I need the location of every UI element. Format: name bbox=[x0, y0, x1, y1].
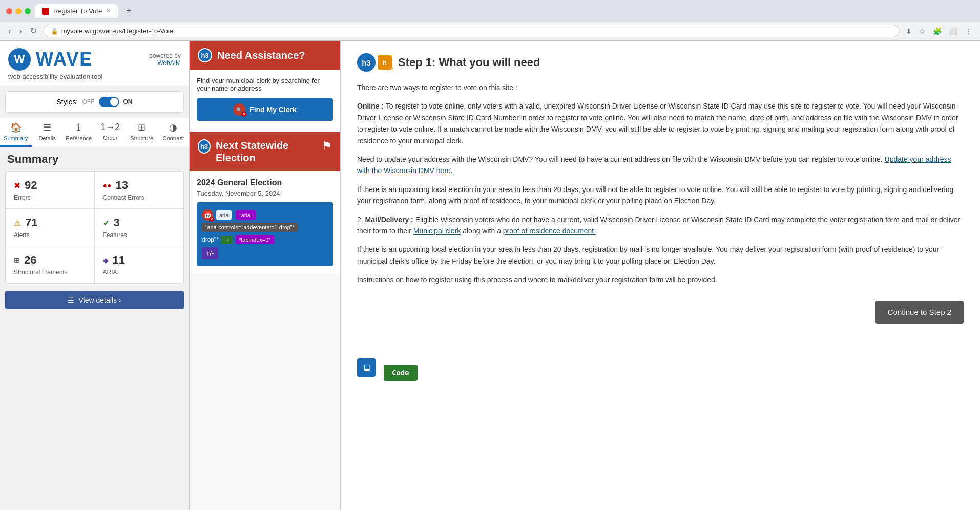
nav-item-summary[interactable]: 🏠 Summary bbox=[0, 118, 32, 147]
tab-favicon bbox=[42, 8, 49, 15]
h3-badge-label: h3 bbox=[201, 52, 208, 59]
wave-powered-by: powered by WebAIM bbox=[149, 52, 181, 67]
plus-minus-badge: +/- bbox=[202, 247, 218, 259]
error-icon: ✖ bbox=[14, 181, 20, 190]
view-details-label: View details › bbox=[78, 296, 121, 304]
intro-text: There are two ways to register to vote o… bbox=[357, 82, 964, 93]
nav-item-structure[interactable]: ⊞ Structure bbox=[126, 118, 158, 147]
find-clerk-button[interactable]: 🔍 ✕ Find My Clerk bbox=[197, 98, 333, 121]
profile-button[interactable]: ⬜ bbox=[947, 25, 960, 37]
star-button[interactable]: ☆ bbox=[917, 25, 928, 37]
contrast-icon: ◑ bbox=[169, 122, 177, 133]
contrast-label: Contrast Errors bbox=[103, 194, 176, 201]
address-bar[interactable]: 🔒 myvote.wi.gov/en-us/Register-To-Vote bbox=[43, 25, 900, 37]
features-label: Features bbox=[103, 231, 176, 239]
find-clerk-section: Find your municipal clerk by searching f… bbox=[190, 70, 340, 128]
order-icon: 1→2 bbox=[100, 122, 120, 133]
wave-header: W WAVE powered by WebAIM web accessibili… bbox=[0, 41, 189, 86]
maximize-window-button[interactable] bbox=[25, 8, 31, 14]
h3-step-badge: h3 bbox=[357, 53, 376, 72]
wave-sidebar: W WAVE powered by WebAIM web accessibili… bbox=[0, 41, 190, 510]
aria-controls-row: *aria-controls="addeventatc1-drop"* bbox=[202, 223, 328, 232]
alerts-count: 71 bbox=[25, 216, 37, 229]
proof-of-residence-link[interactable]: proof of residence document. bbox=[503, 227, 596, 235]
instructions-text: Instructions on how to register using th… bbox=[357, 274, 964, 285]
wave-subtitle: web accessibility evaluation tool bbox=[8, 73, 181, 80]
minimize-window-button[interactable] bbox=[15, 8, 22, 14]
need-assistance-card: h3 Need Assistance? bbox=[190, 41, 340, 70]
structural-label: Structural Elements bbox=[14, 269, 86, 276]
mail-text-mid: along with a bbox=[463, 227, 501, 235]
alert-icon: ⚠ bbox=[14, 218, 21, 228]
aria-badge-label: aria bbox=[216, 210, 232, 220]
styles-toggle[interactable] bbox=[99, 97, 119, 107]
back-button[interactable]: ‹ bbox=[6, 25, 13, 38]
tab-close-button[interactable]: ✕ bbox=[106, 8, 111, 14]
lock-icon: 🔒 bbox=[51, 28, 58, 35]
toolbar-actions: ⬇ ☆ 🧩 ⬜ ⋮ bbox=[904, 25, 974, 37]
wave-logo-row: W WAVE powered by WebAIM bbox=[8, 48, 181, 71]
new-tab-button[interactable]: + bbox=[122, 6, 136, 16]
code-badge: Code bbox=[384, 365, 418, 381]
toggle-thumb bbox=[110, 98, 118, 106]
stat-structural: ⊞ 26 Structural Elements bbox=[6, 246, 95, 283]
toggle-off-label: OFF bbox=[82, 98, 95, 105]
styles-toggle-row: Styles: OFF ON bbox=[5, 91, 184, 113]
find-clerk-btn-label: Find My Clerk bbox=[249, 105, 297, 114]
aria-drop-text: drop"* bbox=[202, 236, 219, 243]
browser-toolbar: ‹ › ↻ 🔒 myvote.wi.gov/en-us/Register-To-… bbox=[0, 22, 980, 40]
step-title: Step 1: What you will need bbox=[398, 56, 540, 69]
home-icon: 🏠 bbox=[10, 122, 22, 133]
nav-item-reference[interactable]: ℹ Reference bbox=[63, 118, 95, 147]
forward-button[interactable]: › bbox=[17, 25, 24, 38]
reload-button[interactable]: ↻ bbox=[28, 24, 39, 38]
aria-overlay: 📅 ✕ aria *aria- *aria-controls="addevent… bbox=[197, 202, 333, 266]
dmv-update-intro: Need to update your address with the Wis… bbox=[357, 155, 883, 163]
nav-item-order[interactable]: 1→2 Order bbox=[95, 118, 127, 147]
nav-order-label: Order bbox=[103, 135, 117, 141]
browser-window-controls bbox=[6, 8, 31, 14]
municipal-clerk-link[interactable]: Municipal clerk bbox=[413, 227, 461, 235]
toggle-on-label: ON bbox=[123, 98, 133, 105]
errors-label: Errors bbox=[14, 194, 86, 201]
features-count: 3 bbox=[114, 216, 120, 229]
browser-tab[interactable]: Register To Vote ✕ bbox=[35, 4, 118, 18]
arrow-badge: → bbox=[221, 236, 233, 244]
h3-badge-election: h3 bbox=[198, 139, 211, 154]
structural-count: 26 bbox=[24, 253, 36, 267]
continue-step2-button[interactable]: Continue to Step 2 bbox=[875, 301, 964, 324]
webaim-link[interactable]: WebAIM bbox=[157, 59, 181, 67]
online-paragraph: Online : To register to vote online, onl… bbox=[357, 100, 964, 146]
step-badges: h3 h ⚠ bbox=[357, 53, 392, 72]
election-header-text: Next Statewide Election bbox=[216, 139, 317, 164]
election-name: 2024 General Election bbox=[197, 178, 333, 187]
aria-label: ARIA bbox=[103, 269, 176, 276]
stat-features: ✔ 3 Features bbox=[95, 209, 184, 246]
contrast-icon: ●● bbox=[103, 181, 112, 189]
view-details-button[interactable]: ☰ View details › bbox=[5, 291, 184, 309]
need-assistance-title: Need Assistance? bbox=[217, 50, 305, 61]
nav-contrast-label: Contrast bbox=[162, 135, 184, 141]
online-text: To register to vote online, only voters … bbox=[357, 102, 958, 144]
nav-item-details[interactable]: ☰ Details bbox=[32, 118, 64, 147]
need-assistance-header: h3 Need Assistance? bbox=[190, 41, 340, 70]
extension-button[interactable]: 🧩 bbox=[931, 25, 944, 37]
bookmark-button[interactable]: ⬇ bbox=[904, 25, 914, 37]
wave-logo-icon: W bbox=[8, 48, 31, 71]
wave-nav: 🏠 Summary ☰ Details ℹ Reference 1→2 Orde… bbox=[0, 118, 189, 147]
next-election-title: Next Statewide Election bbox=[216, 139, 317, 164]
list-icon: ☰ bbox=[43, 122, 51, 133]
aria-tabindex-row: drop"* → *tabindex=0* bbox=[202, 234, 328, 245]
summary-title: Summary bbox=[0, 153, 189, 171]
menu-button[interactable]: ⋮ bbox=[963, 25, 974, 37]
item-number-2: 2. bbox=[357, 216, 365, 224]
stat-alerts: ⚠ 71 Alerts bbox=[6, 209, 95, 246]
mail-label: Mail/Delivery : bbox=[365, 216, 413, 224]
close-window-button[interactable] bbox=[6, 8, 12, 14]
nav-item-contrast[interactable]: ◑ Contrast bbox=[158, 118, 190, 147]
stat-contrast-errors: ●● 13 Contrast Errors bbox=[95, 172, 184, 209]
h3-badge-assistance: h3 bbox=[198, 48, 212, 62]
aria-count: 11 bbox=[113, 253, 125, 267]
plus-minus-row: +/- bbox=[202, 247, 328, 259]
aria-icon: ◆ bbox=[103, 256, 109, 264]
